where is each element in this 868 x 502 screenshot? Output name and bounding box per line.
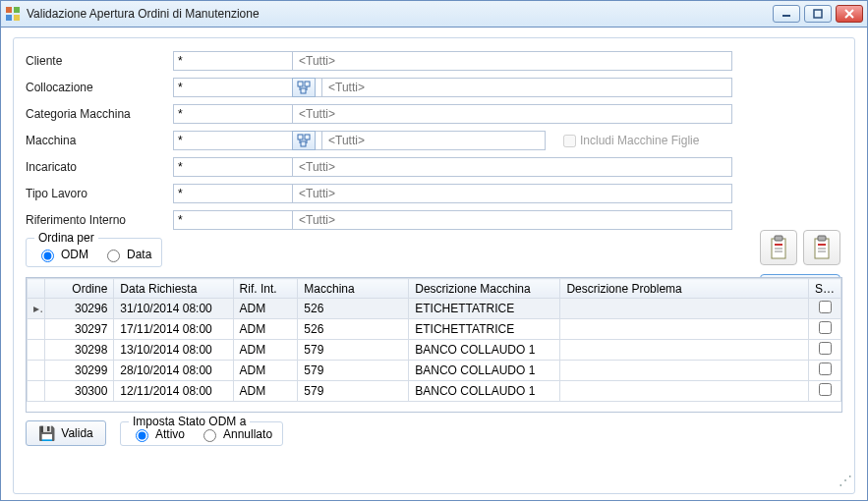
svg-rect-40 (775, 236, 782, 241)
categoria-label: Categoria Macchina (26, 107, 173, 121)
window-titlebar: Validazione Apertura Ordini di Manutenzi… (0, 0, 868, 28)
rif-interno-label: Riferimento Interno (26, 213, 173, 227)
table-row[interactable]: 3029717/11/2014 08:00ADM526ETICHETTATRIC… (28, 319, 841, 340)
grid-col-desc-macchina[interactable]: Descrizione Macchina (409, 279, 560, 299)
svg-rect-27 (301, 141, 306, 146)
orders-grid[interactable]: Ordine Data Richiesta Rif. Int. Macchina… (26, 277, 842, 413)
stato-odm-legend: Imposta Stato ODM a (129, 415, 250, 428)
svg-rect-14 (298, 82, 303, 86)
macchina-tree-button[interactable] (292, 131, 316, 150)
svg-rect-1 (14, 7, 20, 13)
stato-attivo-radio[interactable]: Attivo (131, 426, 185, 442)
tipo-lavoro-display[interactable]: <Tutti> (292, 184, 732, 203)
grid-col-ordine[interactable]: Ordine (45, 279, 114, 299)
collocazione-display[interactable]: <Tutti> (321, 78, 732, 97)
includi-figlie-checkbox[interactable]: Includi Macchine Figlie (563, 134, 699, 147)
save-icon: 💾 (38, 425, 55, 441)
table-row[interactable]: 3029928/10/2014 08:00ADM579BANCO COLLAUD… (28, 361, 841, 381)
tipo-lavoro-label: Tipo Lavoro (26, 187, 173, 200)
collocazione-label: Collocazione (26, 81, 173, 94)
ordina-per-group: Ordina per ODM Data (26, 238, 162, 267)
grid-rowheader-col (28, 279, 45, 299)
grid-col-data[interactable]: Data Richiesta (114, 279, 233, 299)
incaricato-display[interactable]: <Tutti> (292, 157, 732, 177)
svg-rect-0 (6, 7, 12, 13)
filter-panel: Cliente <Tutti> Collocazione (26, 50, 842, 231)
svg-rect-15 (305, 82, 310, 86)
svg-rect-16 (301, 88, 306, 93)
grid-col-macchina[interactable]: Macchina (298, 279, 409, 299)
clipboard-action-2-button[interactable] (803, 230, 840, 265)
stato-odm-group: Imposta Stato ODM a Attivo Annullato (120, 421, 283, 446)
clipboard-action-1-button[interactable] (760, 230, 797, 265)
svg-rect-3 (14, 15, 20, 21)
svg-rect-26 (305, 135, 310, 139)
cliente-label: Cliente (26, 54, 173, 68)
ordina-odm-radio[interactable]: ODM (36, 247, 88, 262)
row-sel-checkbox[interactable] (819, 342, 832, 355)
macchina-label: Macchina (26, 134, 173, 147)
row-sel-checkbox[interactable] (819, 383, 832, 396)
minimize-button[interactable] (773, 5, 800, 23)
ordina-per-legend: Ordina per (34, 231, 98, 245)
rif-interno-display[interactable]: <Tutti> (292, 210, 732, 230)
collocazione-tree-button[interactable] (292, 78, 316, 97)
svg-rect-5 (814, 10, 822, 18)
incaricato-label: Incaricato (26, 160, 173, 174)
row-sel-checkbox[interactable] (819, 321, 832, 334)
includi-figlie-label: Includi Macchine Figlie (580, 134, 699, 147)
categoria-display[interactable]: <Tutti> (292, 104, 732, 124)
row-sel-checkbox[interactable] (819, 301, 832, 313)
maximize-button[interactable] (804, 5, 832, 23)
macchina-display[interactable]: <Tutti> (321, 131, 546, 150)
svg-rect-2 (6, 15, 12, 21)
window-title: Validazione Apertura Ordini di Manutenzi… (27, 7, 260, 21)
svg-rect-45 (818, 236, 826, 241)
table-row[interactable]: 3030012/11/2014 08:00ADM579BANCO COLLAUD… (28, 381, 841, 402)
valida-button[interactable]: 💾 Valida (26, 420, 106, 446)
stato-annullato-radio[interactable]: Annullato (199, 426, 272, 442)
row-sel-checkbox[interactable] (819, 363, 832, 375)
ordina-data-radio[interactable]: Data (102, 247, 151, 262)
grid-col-rif[interactable]: Rif. Int. (233, 279, 298, 299)
grid-col-sel[interactable]: Sel. (809, 279, 841, 299)
svg-rect-25 (298, 135, 303, 139)
table-row[interactable]: ▸3029631/10/2014 08:00ADM526ETICHETTATRI… (28, 299, 841, 319)
grid-col-desc-problema[interactable]: Descrizione Problema (560, 279, 809, 299)
app-icon (5, 6, 21, 22)
cliente-display[interactable]: <Tutti> (292, 51, 732, 71)
table-row[interactable]: 3029813/10/2014 08:00ADM579BANCO COLLAUD… (28, 340, 841, 361)
resize-grip[interactable]: ⋰ (839, 477, 852, 491)
close-button[interactable] (836, 5, 863, 23)
